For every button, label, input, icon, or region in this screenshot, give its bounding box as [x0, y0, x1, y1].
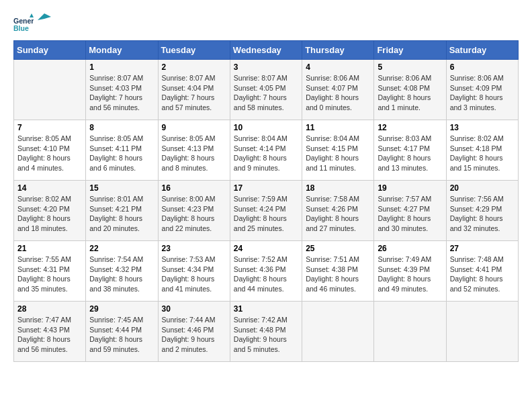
day-info: Sunrise: 8:06 AMSunset: 4:09 PMDaylight:…	[450, 73, 515, 113]
day-info: Sunrise: 7:45 AMSunset: 4:44 PMDaylight:…	[89, 315, 154, 355]
calendar-cell: 24Sunrise: 7:52 AMSunset: 4:36 PMDayligh…	[230, 241, 302, 302]
day-info: Sunrise: 7:47 AMSunset: 4:43 PMDaylight:…	[17, 315, 82, 355]
weekday-header: Thursday	[302, 41, 374, 60]
day-info: Sunrise: 8:02 AMSunset: 4:20 PMDaylight:…	[17, 194, 82, 234]
calendar-table: SundayMondayTuesdayWednesdayThursdayFrid…	[13, 40, 519, 362]
day-info: Sunrise: 8:05 AMSunset: 4:11 PMDaylight:…	[89, 134, 154, 173]
day-info: Sunrise: 8:00 AMSunset: 4:23 PMDaylight:…	[162, 194, 226, 234]
day-number: 10	[234, 123, 298, 132]
calendar-cell: 12Sunrise: 8:03 AMSunset: 4:17 PMDayligh…	[374, 120, 446, 181]
day-number: 17	[234, 183, 298, 193]
day-number: 22	[89, 244, 154, 253]
day-info: Sunrise: 7:55 AMSunset: 4:31 PMDaylight:…	[17, 255, 82, 294]
calendar-cell	[302, 302, 374, 362]
day-number: 27	[450, 244, 515, 253]
calendar-cell	[14, 60, 86, 120]
calendar-cell: 27Sunrise: 7:48 AMSunset: 4:41 PMDayligh…	[446, 241, 518, 302]
weekday-header: Tuesday	[158, 41, 230, 60]
logo: General Blue	[13, 13, 51, 34]
calendar-cell: 10Sunrise: 8:04 AMSunset: 4:14 PMDayligh…	[230, 120, 302, 181]
day-number: 1	[89, 62, 154, 72]
day-number: 2	[162, 62, 226, 72]
calendar-cell: 26Sunrise: 7:49 AMSunset: 4:39 PMDayligh…	[374, 241, 446, 302]
calendar-cell: 13Sunrise: 8:02 AMSunset: 4:18 PMDayligh…	[446, 120, 518, 181]
calendar-cell: 31Sunrise: 7:42 AMSunset: 4:48 PMDayligh…	[230, 302, 302, 362]
calendar-cell: 22Sunrise: 7:54 AMSunset: 4:32 PMDayligh…	[86, 241, 158, 302]
calendar-cell: 11Sunrise: 8:04 AMSunset: 4:15 PMDayligh…	[302, 120, 374, 181]
day-info: Sunrise: 7:52 AMSunset: 4:36 PMDaylight:…	[234, 255, 298, 294]
calendar-cell: 2Sunrise: 8:07 AMSunset: 4:04 PMDaylight…	[158, 60, 230, 120]
weekday-header: Sunday	[14, 41, 86, 60]
day-info: Sunrise: 8:03 AMSunset: 4:17 PMDaylight:…	[378, 134, 442, 173]
day-info: Sunrise: 8:07 AMSunset: 4:04 PMDaylight:…	[162, 73, 226, 113]
day-number: 29	[89, 304, 154, 314]
day-number: 30	[162, 304, 226, 314]
day-number: 26	[378, 244, 442, 253]
day-info: Sunrise: 7:49 AMSunset: 4:39 PMDaylight:…	[378, 255, 442, 294]
day-info: Sunrise: 8:04 AMSunset: 4:15 PMDaylight:…	[306, 134, 370, 173]
calendar-cell: 19Sunrise: 7:57 AMSunset: 4:27 PMDayligh…	[374, 181, 446, 241]
day-info: Sunrise: 7:44 AMSunset: 4:46 PMDaylight:…	[162, 315, 226, 355]
svg-marker-3	[38, 13, 51, 20]
day-number: 12	[378, 123, 442, 132]
day-info: Sunrise: 7:51 AMSunset: 4:38 PMDaylight:…	[306, 255, 370, 294]
day-number: 11	[306, 123, 370, 132]
calendar-cell: 9Sunrise: 8:05 AMSunset: 4:13 PMDaylight…	[158, 120, 230, 181]
day-info: Sunrise: 8:02 AMSunset: 4:18 PMDaylight:…	[450, 134, 515, 173]
day-number: 25	[306, 244, 370, 253]
day-info: Sunrise: 7:54 AMSunset: 4:32 PMDaylight:…	[89, 255, 154, 294]
calendar-cell: 6Sunrise: 8:06 AMSunset: 4:09 PMDaylight…	[446, 60, 518, 120]
calendar-cell: 1Sunrise: 8:07 AMSunset: 4:03 PMDaylight…	[86, 60, 158, 120]
day-number: 31	[234, 304, 298, 314]
calendar-cell	[446, 302, 518, 362]
day-number: 28	[17, 304, 82, 314]
calendar-cell: 16Sunrise: 8:00 AMSunset: 4:23 PMDayligh…	[158, 181, 230, 241]
day-info: Sunrise: 7:42 AMSunset: 4:48 PMDaylight:…	[234, 315, 298, 355]
calendar-cell: 5Sunrise: 8:06 AMSunset: 4:08 PMDaylight…	[374, 60, 446, 120]
day-info: Sunrise: 8:07 AMSunset: 4:05 PMDaylight:…	[234, 73, 298, 113]
day-number: 15	[89, 183, 154, 193]
svg-text:Blue: Blue	[13, 24, 29, 32]
day-number: 9	[162, 123, 226, 132]
day-number: 20	[450, 183, 515, 193]
day-number: 24	[234, 244, 298, 253]
logo-icon: General Blue	[13, 13, 34, 34]
weekday-header: Friday	[374, 41, 446, 60]
day-number: 4	[306, 62, 370, 72]
day-info: Sunrise: 8:05 AMSunset: 4:13 PMDaylight:…	[162, 134, 226, 173]
calendar-cell: 7Sunrise: 8:05 AMSunset: 4:10 PMDaylight…	[14, 120, 86, 181]
day-number: 18	[306, 183, 370, 193]
calendar-cell: 18Sunrise: 7:58 AMSunset: 4:26 PMDayligh…	[302, 181, 374, 241]
day-number: 13	[450, 123, 515, 132]
day-info: Sunrise: 7:53 AMSunset: 4:34 PMDaylight:…	[162, 255, 226, 294]
calendar-cell: 29Sunrise: 7:45 AMSunset: 4:44 PMDayligh…	[86, 302, 158, 362]
day-info: Sunrise: 8:06 AMSunset: 4:07 PMDaylight:…	[306, 73, 370, 113]
day-info: Sunrise: 8:05 AMSunset: 4:10 PMDaylight:…	[17, 134, 82, 173]
day-info: Sunrise: 8:04 AMSunset: 4:14 PMDaylight:…	[234, 134, 298, 173]
day-info: Sunrise: 7:56 AMSunset: 4:29 PMDaylight:…	[450, 194, 515, 234]
calendar-cell: 28Sunrise: 7:47 AMSunset: 4:43 PMDayligh…	[14, 302, 86, 362]
day-number: 6	[450, 62, 515, 72]
day-info: Sunrise: 8:01 AMSunset: 4:21 PMDaylight:…	[89, 194, 154, 234]
calendar-cell: 25Sunrise: 7:51 AMSunset: 4:38 PMDayligh…	[302, 241, 374, 302]
calendar-cell: 4Sunrise: 8:06 AMSunset: 4:07 PMDaylight…	[302, 60, 374, 120]
day-info: Sunrise: 7:57 AMSunset: 4:27 PMDaylight:…	[378, 194, 442, 234]
calendar-cell: 8Sunrise: 8:05 AMSunset: 4:11 PMDaylight…	[86, 120, 158, 181]
calendar-cell: 21Sunrise: 7:55 AMSunset: 4:31 PMDayligh…	[14, 241, 86, 302]
day-number: 16	[162, 183, 226, 193]
calendar-cell: 23Sunrise: 7:53 AMSunset: 4:34 PMDayligh…	[158, 241, 230, 302]
page-header: General Blue	[13, 13, 519, 34]
calendar-cell: 14Sunrise: 8:02 AMSunset: 4:20 PMDayligh…	[14, 181, 86, 241]
day-info: Sunrise: 7:48 AMSunset: 4:41 PMDaylight:…	[450, 255, 515, 294]
day-number: 23	[162, 244, 226, 253]
day-info: Sunrise: 8:07 AMSunset: 4:03 PMDaylight:…	[89, 73, 154, 113]
day-number: 7	[17, 123, 82, 132]
day-number: 21	[17, 244, 82, 253]
svg-marker-2	[30, 13, 34, 17]
calendar-cell: 15Sunrise: 8:01 AMSunset: 4:21 PMDayligh…	[86, 181, 158, 241]
calendar-cell	[374, 302, 446, 362]
day-info: Sunrise: 7:59 AMSunset: 4:24 PMDaylight:…	[234, 194, 298, 234]
day-number: 14	[17, 183, 82, 193]
logo-bird-icon	[38, 13, 51, 27]
calendar-cell: 30Sunrise: 7:44 AMSunset: 4:46 PMDayligh…	[158, 302, 230, 362]
